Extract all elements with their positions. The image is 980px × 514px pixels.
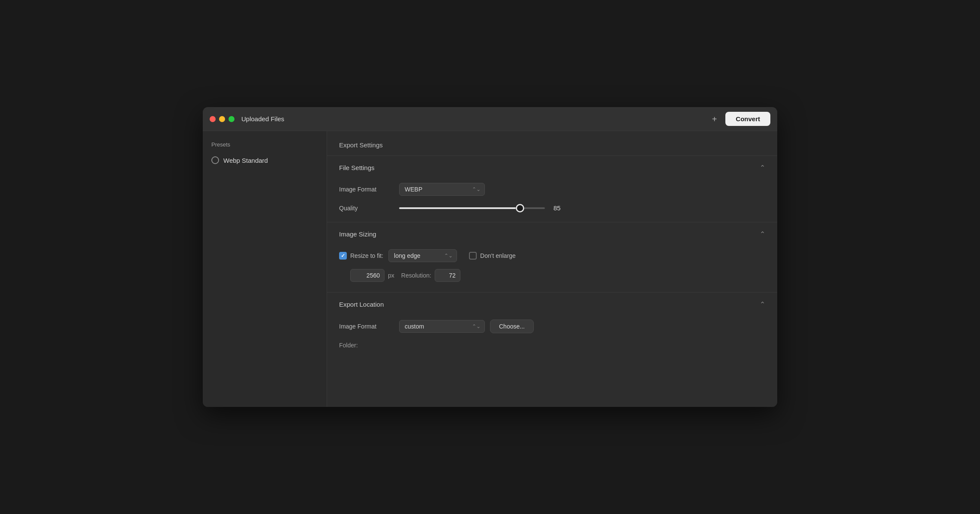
image-sizing-content: ✓ Resize to fit: long edge short edge wi… [339, 246, 765, 292]
quality-slider-container: 85 [399, 204, 765, 212]
export-location-section: Export Location ⌃ Image Format custom sa… [327, 292, 777, 359]
app-window: Uploaded Files + Convert Presets Webp St… [203, 107, 777, 407]
location-format-label: Image Format [339, 323, 399, 330]
minimize-button[interactable] [219, 116, 225, 122]
dont-enlarge-container: Don't enlarge [469, 252, 516, 260]
resize-fit-select[interactable]: long edge short edge width height [388, 249, 457, 262]
export-location-content: Image Format custom same folder subfolde… [339, 316, 765, 359]
image-sizing-title: Image Sizing [339, 230, 376, 238]
file-settings-section: File Settings ⌃ Image Format WEBP JPEG P… [327, 155, 777, 222]
resize-checkbox-container[interactable]: ✓ Resize to fit: [339, 252, 383, 260]
export-location-header[interactable]: Export Location ⌃ [339, 293, 765, 316]
file-settings-title: File Settings [339, 164, 375, 171]
titlebar: Uploaded Files + Convert [203, 107, 777, 131]
image-format-select[interactable]: WEBP JPEG PNG TIFF [399, 183, 485, 196]
quality-label: Quality [339, 205, 399, 212]
resize-fit-select-wrapper: long edge short edge width height ⌃⌄ [388, 249, 457, 262]
preset-radio-webp[interactable] [211, 156, 219, 164]
sidebar: Presets Webp Standard [203, 131, 327, 407]
file-settings-header[interactable]: File Settings ⌃ [339, 156, 765, 179]
image-format-label: Image Format [339, 186, 399, 193]
checkbox-check-icon: ✓ [341, 253, 345, 259]
image-sizing-header[interactable]: Image Sizing ⌃ [339, 222, 765, 246]
dimension-input[interactable] [350, 269, 385, 282]
dimension-unit: px [388, 272, 394, 279]
folder-row: Folder: [339, 342, 765, 349]
image-sizing-section: Image Sizing ⌃ ✓ Resize to fit: [327, 222, 777, 292]
resize-row: ✓ Resize to fit: long edge short edge wi… [339, 249, 765, 262]
convert-button[interactable]: Convert [725, 112, 770, 126]
export-location-chevron: ⌃ [760, 300, 765, 308]
main-panel: Export Settings File Settings ⌃ Image Fo… [327, 131, 777, 407]
dont-enlarge-label: Don't enlarge [480, 252, 516, 259]
quality-value: 85 [553, 204, 566, 212]
image-format-select-wrapper: WEBP JPEG PNG TIFF ⌃⌄ [399, 183, 485, 196]
export-location-title: Export Location [339, 301, 384, 308]
dont-enlarge-checkbox[interactable] [469, 252, 477, 260]
choose-button[interactable]: Choose... [490, 320, 534, 333]
image-format-row: Image Format WEBP JPEG PNG TIFF ⌃⌄ [339, 183, 765, 196]
traffic-lights [210, 116, 234, 122]
quality-slider[interactable] [399, 207, 545, 209]
quality-row: Quality 85 [339, 204, 765, 212]
image-sizing-chevron: ⌃ [760, 230, 765, 238]
file-settings-chevron: ⌃ [760, 164, 765, 172]
resolution-input[interactable] [435, 269, 460, 282]
preset-item-webp[interactable]: Webp Standard [211, 156, 318, 164]
sidebar-title: Presets [211, 141, 318, 148]
resolution-label: Resolution: [401, 272, 431, 279]
dimension-row: px Resolution: [339, 269, 765, 282]
resize-label: Resize to fit: [350, 252, 383, 259]
maximize-button[interactable] [228, 116, 234, 122]
preset-label-webp: Webp Standard [223, 157, 268, 164]
content-area: Presets Webp Standard Export Settings Fi… [203, 131, 777, 407]
location-select[interactable]: custom same folder subfolder [399, 320, 485, 333]
window-title: Uploaded Files [241, 115, 709, 123]
titlebar-actions: + Convert [709, 112, 770, 126]
folder-label: Folder: [339, 342, 358, 349]
export-location-row: Image Format custom same folder subfolde… [339, 320, 765, 333]
close-button[interactable] [210, 116, 216, 122]
file-settings-content: Image Format WEBP JPEG PNG TIFF ⌃⌄ [339, 179, 765, 222]
export-settings-header: Export Settings [327, 131, 777, 155]
location-select-wrapper: custom same folder subfolder ⌃⌄ [399, 320, 485, 333]
add-button[interactable]: + [709, 113, 721, 125]
resize-checkbox[interactable]: ✓ [339, 252, 347, 260]
